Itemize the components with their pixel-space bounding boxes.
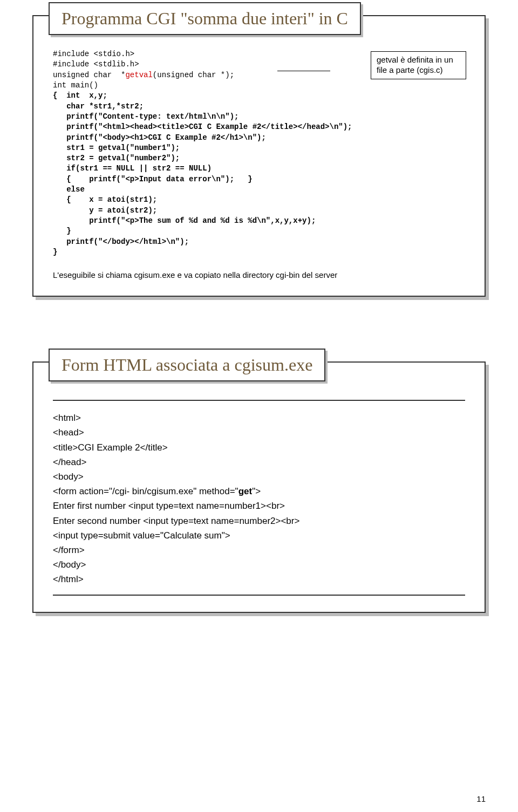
code-fragment: <form action="/cgi- bin/cgisum.exe" meth… <box>53 486 238 496</box>
method-get: get <box>238 486 253 496</box>
slide-1-frame: Programma CGI "somma due interi" in C ge… <box>32 15 486 297</box>
code-line: </html> <box>53 572 465 586</box>
slide-2-frame: Form HTML associata a cgisum.exe <html> … <box>32 361 486 612</box>
slide-2: Form HTML associata a cgisum.exe <html> … <box>32 361 486 612</box>
code-line: <form action="/cgi- bin/cgisum.exe" meth… <box>53 484 465 499</box>
code-line: <title>CGI Example 2</title> <box>53 440 465 455</box>
code-line: <head> <box>53 425 465 440</box>
slide-1-body: getval è definita in un file a parte (cg… <box>33 49 485 279</box>
code-line: <html> <box>53 411 465 425</box>
code-fragment: "> <box>252 486 261 496</box>
getval-note-box: getval è definita in un file a parte (cg… <box>371 51 466 79</box>
hr-bottom <box>53 595 465 596</box>
html-form-source: <html> <head> <title>CGI Example 2</titl… <box>53 411 465 586</box>
hr-top <box>53 400 465 401</box>
code-line: </head> <box>53 455 465 469</box>
page-number: 11 <box>476 794 486 803</box>
code-line: </form> <box>53 543 465 557</box>
slide-1-title-box: Programma CGI "somma due interi" in C <box>49 2 361 35</box>
code-line: Enter first number <input type=text name… <box>53 499 465 513</box>
c-source-code: #include <stdio.h> #include <stdlib.h> u… <box>53 49 465 257</box>
code-line: <body> <box>53 469 465 484</box>
leader-line <box>277 71 330 71</box>
slide-1: Programma CGI "somma due interi" in C ge… <box>32 15 486 297</box>
slide-2-title: Form HTML associata a cgisum.exe <box>62 355 312 374</box>
slide-2-body: <html> <head> <title>CGI Example 2</titl… <box>33 395 485 595</box>
slide-1-caption: L'eseguibile si chiama cgisum.exe e va c… <box>53 270 465 279</box>
slide-2-title-box: Form HTML associata a cgisum.exe <box>49 349 325 381</box>
slide-1-title: Programma CGI "somma due interi" in C <box>62 9 348 28</box>
code-line: </body> <box>53 557 465 572</box>
code-line: Enter second number <input type=text nam… <box>53 514 465 528</box>
code-line: <input type=submit value="Calculate sum"… <box>53 528 465 543</box>
